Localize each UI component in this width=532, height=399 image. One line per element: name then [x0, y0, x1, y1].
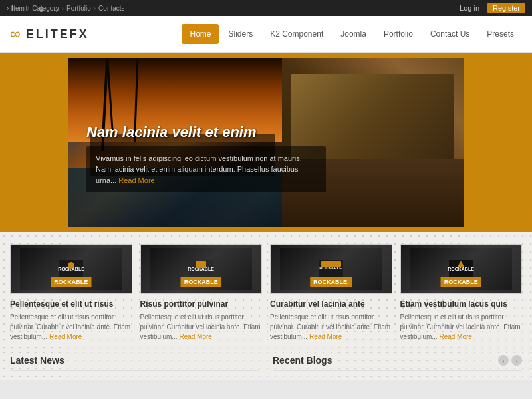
card-3-read-more[interactable]: Read More — [309, 333, 342, 340]
card-2: ROCKABLE Risus porttitor pulvinar Pellen… — [140, 244, 263, 342]
latest-news-title: Latest News — [10, 355, 259, 371]
nav-presets[interactable]: Presets — [479, 24, 522, 44]
card-1-read-more[interactable]: Read More — [49, 333, 82, 340]
logo-text: ELITEFX — [26, 27, 89, 41]
hero-read-more[interactable]: Read More — [118, 176, 154, 184]
card-3-img-inner: ROCKABLE. — [280, 248, 382, 289]
main-nav: Home Sliders K2 Component Joomla Portfol… — [182, 24, 522, 44]
latest-news-col: Latest News — [10, 355, 259, 376]
recent-blogs-col: Recent Blogs ‹ › — [273, 355, 522, 376]
card-2-text: Pellentesque et elit ut risus porttitor … — [140, 312, 263, 342]
hero-text: Vivamus in felis adipiscing leo dictum v… — [96, 153, 317, 186]
twitter-icon[interactable]: t — [21, 3, 32, 13]
cards-grid: ROCKABLE Pellentesque et elit ut risus P… — [10, 244, 522, 342]
card-3-text: Pellentesque et elit ut risus porttitor … — [270, 312, 392, 342]
facebook-icon[interactable]: f — [7, 3, 17, 13]
logo-icon: ∞ — [10, 25, 21, 43]
hero-text-box: Vivamus in felis adipiscing leo dictum v… — [86, 146, 326, 193]
card-2-title: Risus porttitor pulvinar — [140, 299, 263, 309]
card-1-title: Pellentesque et elit ut risus — [10, 299, 132, 309]
svg-text:ROCKABLE: ROCKABLE — [448, 267, 474, 271]
card-3-image: ROCKABLE. — [270, 244, 392, 294]
card-2-read-more[interactable]: Read More — [179, 333, 211, 340]
prev-arrow[interactable]: ‹ — [498, 355, 509, 366]
card-2-img-inner: ROCKABLE — [150, 248, 252, 289]
card-3-title: Curabitur vel lacinia ante — [270, 299, 392, 309]
hero-caption: Nam lacinia velit et enim Vivamus in fel… — [86, 124, 326, 193]
card-2-graphic: ROCKABLE — [188, 259, 214, 279]
nav-contact[interactable]: Contact Us — [422, 24, 477, 44]
breadcrumb-item[interactable]: Contacts — [98, 5, 124, 12]
top-bar: › Item › Category › Portfolio › Contacts… — [0, 0, 532, 16]
card-3-graphic: ROCKABLE. — [318, 259, 344, 279]
card-4: ROCKABLE Etiam vestibulum lacus quis Pel… — [400, 244, 523, 342]
social-icons-group: f t g ⎵ — [7, 0, 61, 16]
googleplus-icon[interactable]: g — [36, 3, 47, 13]
rss-icon[interactable]: ⎵ — [51, 3, 61, 13]
logo: ∞ ELITEFX — [10, 25, 89, 43]
nav-k2[interactable]: K2 Component — [262, 24, 331, 44]
nav-arrows: ‹ › — [498, 355, 522, 366]
card-1-graphic: ROCKABLE — [58, 259, 84, 279]
bottom-section: Latest News Recent Blogs ‹ › — [0, 348, 532, 380]
card-1: ROCKABLE Pellentesque et elit ut risus P… — [10, 244, 132, 342]
card-4-graphic: ROCKABLE — [448, 259, 474, 279]
hero-section: Nam lacinia velit et enim Vivamus in fel… — [0, 53, 532, 232]
nav-sliders[interactable]: Sliders — [220, 24, 261, 44]
svg-point-2 — [68, 262, 74, 269]
register-link[interactable]: Register — [487, 3, 525, 13]
card-4-text: Pellentesque et elit ut risus porttitor … — [400, 312, 523, 342]
nav-joomla[interactable]: Joomla — [332, 24, 374, 44]
hero-title: Nam lacinia velit et enim — [86, 124, 326, 141]
recent-blogs-title: Recent Blogs ‹ › — [273, 355, 522, 371]
auth-links: Log in Register — [460, 3, 525, 13]
svg-rect-5 — [196, 261, 206, 268]
card-2-image: ROCKABLE — [140, 244, 263, 294]
card-4-img-inner: ROCKABLE — [410, 248, 512, 289]
card-4-title: Etiam vestibulum lacus quis — [400, 299, 523, 309]
svg-rect-8 — [321, 261, 341, 267]
card-4-read-more[interactable]: Read More — [439, 333, 471, 340]
card-4-image: ROCKABLE — [400, 244, 523, 294]
nav-home[interactable]: Home — [182, 24, 219, 44]
card-1-img-inner: ROCKABLE — [20, 248, 122, 289]
breadcrumb-item[interactable]: Portfolio — [66, 5, 91, 12]
card-3: ROCKABLE. Curabitur vel lacinia ante Pel… — [270, 244, 392, 342]
card-1-text: Pellentesque et elit ut risus porttitor … — [10, 312, 132, 342]
header: ∞ ELITEFX Home Sliders K2 Component Joom… — [0, 16, 532, 53]
next-arrow[interactable]: › — [511, 355, 522, 366]
card-1-image: ROCKABLE — [10, 244, 132, 294]
cards-section: ROCKABLE Pellentesque et elit ut risus P… — [0, 232, 532, 348]
nav-portfolio[interactable]: Portfolio — [376, 24, 421, 44]
login-link[interactable]: Log in — [460, 4, 479, 12]
